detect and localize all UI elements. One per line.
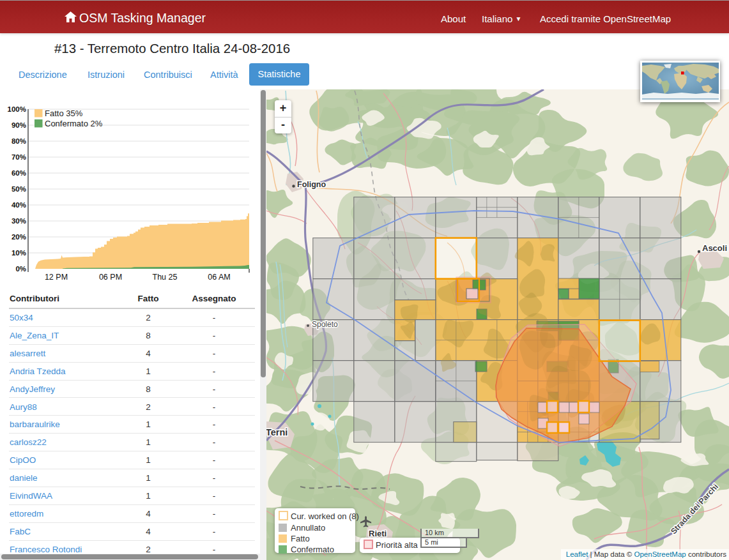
svg-text:Rieti: Rieti [369,529,387,538]
svg-text:Spoleto: Spoleto [312,320,338,329]
svg-text:Foligno: Foligno [297,180,326,189]
svg-text:Terni: Terni [266,427,288,437]
svg-text:Ascoli Pic: Ascoli Pic [702,243,729,253]
